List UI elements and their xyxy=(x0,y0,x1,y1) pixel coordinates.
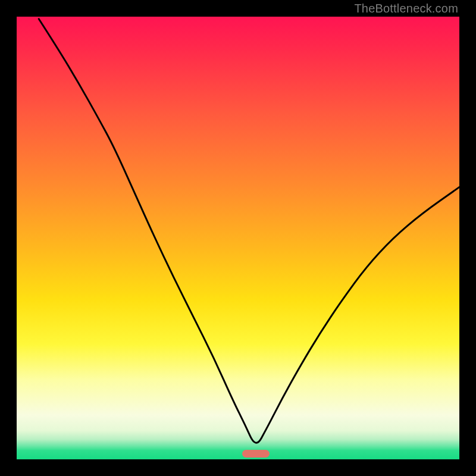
curve-svg xyxy=(17,17,459,459)
min-marker xyxy=(242,450,270,458)
watermark-text: TheBottleneck.com xyxy=(354,2,458,15)
chart-frame: TheBottleneck.com xyxy=(0,0,476,476)
plot-area xyxy=(17,17,459,459)
bottleneck-curve xyxy=(39,19,459,443)
